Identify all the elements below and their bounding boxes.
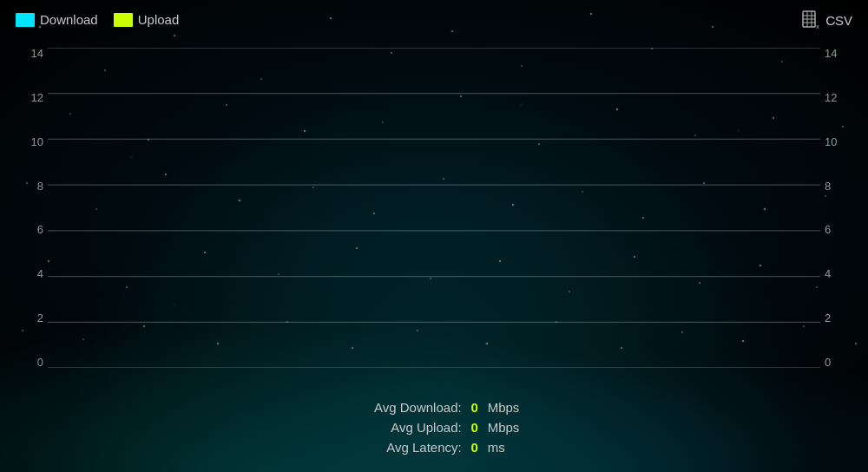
avg-upload-label: Avg Upload:: [349, 420, 462, 435]
avg-download-value: 0: [465, 400, 484, 415]
avg-latency-value: 0: [465, 440, 484, 455]
legend-download: Download: [16, 12, 98, 27]
download-swatch: [16, 13, 35, 27]
stat-row-upload: Avg Upload: 0 Mbps: [349, 420, 520, 435]
csv-label: CSV: [825, 13, 852, 28]
csv-export-button[interactable]: x CSV: [801, 10, 852, 30]
avg-upload-value: 0: [465, 420, 484, 435]
download-label: Download: [40, 12, 98, 27]
avg-download-label: Avg Download:: [349, 400, 462, 415]
avg-upload-unit: Mbps: [488, 420, 520, 435]
avg-download-unit: Mbps: [488, 400, 520, 415]
legend-upload: Upload: [114, 12, 180, 27]
upload-label: Upload: [138, 12, 180, 27]
legend: Download Upload: [16, 12, 194, 27]
avg-latency-unit: ms: [488, 440, 505, 455]
svg-text:x: x: [816, 23, 819, 30]
stat-row-download: Avg Download: 0 Mbps: [349, 400, 520, 415]
upload-swatch: [114, 13, 133, 27]
csv-icon: x: [801, 10, 820, 30]
stats-panel: Avg Download: 0 Mbps Avg Upload: 0 Mbps …: [349, 400, 520, 455]
avg-latency-label: Avg Latency:: [349, 440, 462, 455]
stat-row-latency: Avg Latency: 0 ms: [349, 440, 520, 455]
